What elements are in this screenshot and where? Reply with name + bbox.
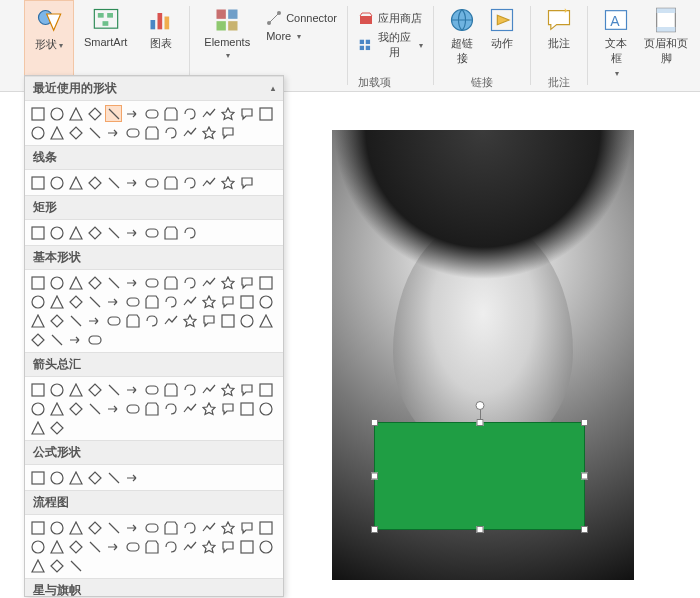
shape-thumbnail[interactable] (124, 174, 141, 191)
shape-thumbnail[interactable] (124, 293, 141, 310)
textbox-button[interactable]: A 文本框▾ (598, 4, 634, 80)
shape-thumbnail[interactable] (105, 293, 122, 310)
shape-thumbnail[interactable] (181, 293, 198, 310)
shape-thumbnail[interactable] (124, 274, 141, 291)
shape-thumbnail[interactable] (238, 381, 255, 398)
shape-thumbnail[interactable] (29, 293, 46, 310)
shape-thumbnail[interactable] (48, 519, 65, 536)
shape-thumbnail[interactable] (86, 381, 103, 398)
shape-thumbnail[interactable] (29, 538, 46, 555)
shape-thumbnail[interactable] (29, 224, 46, 241)
shape-thumbnail[interactable] (29, 469, 46, 486)
shape-thumbnail[interactable] (105, 174, 122, 191)
shape-thumbnail[interactable] (86, 124, 103, 141)
shape-thumbnail[interactable] (200, 519, 217, 536)
shape-thumbnail[interactable] (238, 312, 255, 329)
shape-thumbnail[interactable] (105, 312, 122, 329)
shape-thumbnail[interactable] (143, 400, 160, 417)
shape-thumbnail[interactable] (67, 293, 84, 310)
slide-canvas[interactable] (300, 92, 700, 598)
shape-thumbnail[interactable] (124, 519, 141, 536)
connector-button[interactable]: Connector (266, 10, 337, 26)
shape-thumbnail[interactable] (105, 105, 122, 122)
shape-thumbnail[interactable] (257, 105, 274, 122)
shape-thumbnail[interactable] (124, 469, 141, 486)
shape-thumbnail[interactable] (124, 224, 141, 241)
shape-thumbnail[interactable] (29, 400, 46, 417)
shape-thumbnail[interactable] (29, 419, 46, 436)
shape-thumbnail[interactable] (48, 400, 65, 417)
shape-thumbnail[interactable] (200, 400, 217, 417)
shape-thumbnail[interactable] (143, 124, 160, 141)
shape-thumbnail[interactable] (48, 293, 65, 310)
shape-thumbnail[interactable] (162, 381, 179, 398)
shape-thumbnail[interactable] (200, 312, 217, 329)
shape-thumbnail[interactable] (143, 519, 160, 536)
resize-handle-e[interactable] (581, 473, 588, 480)
shape-thumbnail[interactable] (181, 124, 198, 141)
smartart-button[interactable]: SmartArt (80, 4, 131, 50)
shape-thumbnail[interactable] (200, 174, 217, 191)
hyperlink-button[interactable]: 超链接 (444, 4, 480, 68)
shape-thumbnail[interactable] (124, 312, 141, 329)
shape-thumbnail[interactable] (200, 105, 217, 122)
shape-thumbnail[interactable] (105, 400, 122, 417)
shape-thumbnail[interactable] (181, 519, 198, 536)
chart-button[interactable]: 图表 (143, 4, 179, 53)
shape-thumbnail[interactable] (257, 519, 274, 536)
shape-thumbnail[interactable] (86, 174, 103, 191)
shape-thumbnail[interactable] (105, 381, 122, 398)
shape-thumbnail[interactable] (219, 381, 236, 398)
shape-thumbnail[interactable] (86, 274, 103, 291)
shape-thumbnail[interactable] (162, 224, 179, 241)
shape-thumbnail[interactable] (67, 538, 84, 555)
shape-thumbnail[interactable] (143, 293, 160, 310)
shape-thumbnail[interactable] (124, 538, 141, 555)
shape-thumbnail[interactable] (124, 400, 141, 417)
shape-thumbnail[interactable] (67, 174, 84, 191)
shape-thumbnail[interactable] (48, 469, 65, 486)
shape-thumbnail[interactable] (86, 469, 103, 486)
shape-thumbnail[interactable] (219, 274, 236, 291)
shape-thumbnail[interactable] (181, 312, 198, 329)
shape-thumbnail[interactable] (219, 538, 236, 555)
shapes-scroll-area[interactable]: 最近使用的形状 ▴ 线条 矩形 基本形状 箭头总汇 公式形状 流程图 星与旗帜 (25, 76, 283, 596)
shape-thumbnail[interactable] (48, 105, 65, 122)
shape-thumbnail[interactable] (257, 538, 274, 555)
headerfooter-button[interactable]: 页眉和页脚 (639, 4, 694, 80)
shape-thumbnail[interactable] (67, 274, 84, 291)
shape-thumbnail[interactable] (143, 224, 160, 241)
shape-thumbnail[interactable] (181, 400, 198, 417)
shape-thumbnail[interactable] (238, 105, 255, 122)
shape-thumbnail[interactable] (86, 538, 103, 555)
shapes-button[interactable]: 形状▾ (31, 5, 67, 54)
shape-thumbnail[interactable] (48, 124, 65, 141)
shape-thumbnail[interactable] (67, 469, 84, 486)
shape-thumbnail[interactable] (48, 274, 65, 291)
shape-thumbnail[interactable] (29, 274, 46, 291)
shape-thumbnail[interactable] (48, 331, 65, 348)
shape-thumbnail[interactable] (67, 400, 84, 417)
comment-button[interactable]: 批注 (541, 4, 577, 53)
shape-thumbnail[interactable] (124, 124, 141, 141)
shape-thumbnail[interactable] (86, 312, 103, 329)
shape-thumbnail[interactable] (143, 105, 160, 122)
shape-thumbnail[interactable] (86, 293, 103, 310)
shape-thumbnail[interactable] (29, 124, 46, 141)
resize-handle-w[interactable] (371, 473, 378, 480)
shape-thumbnail[interactable] (162, 400, 179, 417)
shape-thumbnail[interactable] (162, 124, 179, 141)
shape-thumbnail[interactable] (105, 538, 122, 555)
shape-thumbnail[interactable] (48, 538, 65, 555)
resize-handle-ne[interactable] (581, 419, 588, 426)
shape-thumbnail[interactable] (105, 519, 122, 536)
shape-thumbnail[interactable] (48, 224, 65, 241)
shape-thumbnail[interactable] (67, 124, 84, 141)
shape-thumbnail[interactable] (200, 124, 217, 141)
shape-thumbnail[interactable] (67, 519, 84, 536)
shape-thumbnail[interactable] (29, 381, 46, 398)
shape-thumbnail[interactable] (181, 174, 198, 191)
shape-thumbnail[interactable] (257, 381, 274, 398)
shape-thumbnail[interactable] (143, 538, 160, 555)
shape-thumbnail[interactable] (238, 174, 255, 191)
